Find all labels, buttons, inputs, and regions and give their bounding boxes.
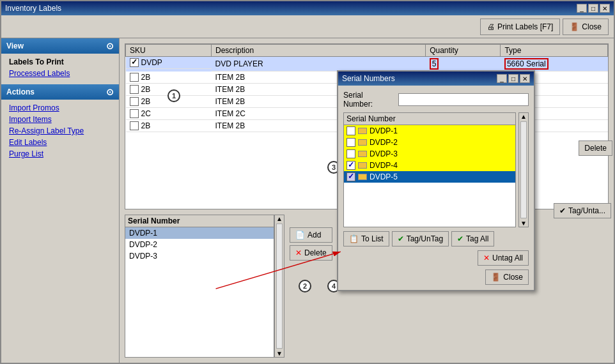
labels-to-print-label: Labels To Print [9,57,64,66]
title-bar-buttons: _ □ ✕ [577,4,610,13]
serial-numbers-dialog: Serial Numbers _ □ ✕ Serial Number: Ser [337,70,535,291]
qty-type-highlight: 5 [430,58,439,70]
col-type: Type [501,45,608,57]
item-checkbox[interactable] [346,172,355,181]
serial-list-scrollbar[interactable]: ▲ ▼ [274,215,284,358]
sku-value: 2B [141,73,151,82]
dialog-maximize-button[interactable]: □ [508,74,518,83]
tag-icon: ✔ [559,206,566,215]
item-checkbox[interactable] [346,126,355,135]
sku-value: DVDP [141,58,162,67]
item-label: DVDP-3 [370,149,398,158]
col-sku: SKU [126,45,212,57]
close-button[interactable]: 🚪 Close [563,19,609,35]
row-checkbox[interactable] [130,97,139,106]
cell-sku: DVDP [126,57,212,69]
purge-list-label: Purge List [9,149,43,158]
print-labels-button[interactable]: 🖨 Print Labels [F7] [480,19,560,35]
sidebar-item-reassign-label-type[interactable]: Re-Assign Label Type [6,125,114,137]
actions-collapse-icon: ⊙ [106,87,114,97]
table-row[interactable]: DVDP DVD PLAYER 5 5660 Serial [126,57,608,72]
item-checkbox[interactable] [346,161,355,170]
dialog-tag-untag-label: Tag/UnTag [407,234,443,243]
col-description: Description [212,45,426,57]
row-checkbox[interactable] [130,121,139,130]
sku-value: 2B [141,121,151,130]
sku-value: 2B [141,97,151,106]
cell-sku: 2C [126,108,212,120]
to-list-button[interactable]: 📋 To List [343,231,389,246]
dialog-close-label: Close [503,273,523,282]
item-label: DVDP-2 [370,138,398,147]
dialog-close-btn[interactable]: 🚪 Close [485,269,529,285]
add-label: Add [308,231,321,239]
serial-number-input[interactable] [398,93,529,106]
tag-all-icon: ✔ [457,234,463,243]
row-checkbox[interactable] [130,73,139,82]
dialog-delete-button[interactable]: Delete [579,140,612,156]
item-label: DVDP-5 [370,172,398,181]
dialog-content: Serial Number: Serial Number DVDP-1 [338,86,534,290]
dialog-list-item[interactable]: DVDP-3 [344,148,515,160]
list-item[interactable]: DVDP-3 [125,250,274,262]
cell-sku: 2B [126,72,212,84]
tag-all-button[interactable]: ✔ Tag All [451,231,494,246]
cell-qty: 5 [426,57,501,72]
close-window-button[interactable]: ✕ [600,4,610,13]
list-item[interactable]: DVDP-1 [125,227,274,239]
item-checkbox[interactable] [346,149,355,158]
item-checkbox[interactable] [346,138,355,147]
edit-labels-label: Edit Labels [9,138,47,147]
view-header[interactable]: View ⊙ [1,38,119,54]
reassign-label-label: Re-Assign Label Type [9,126,84,135]
dialog-close-icon: 🚪 [491,273,501,282]
dialog-title: Serial Numbers [342,74,395,83]
sku-value: 2C [141,109,151,118]
tag-all-label: Tag All [466,234,488,243]
dialog-tag-untag-button[interactable]: ✔ Tag/UnTag [392,231,449,246]
sidebar-item-import-promos[interactable]: Import Promos [6,102,114,114]
untag-all-button[interactable]: ✕ Untag All [478,250,529,266]
right-area: SKU Description Quantity Type DVDP [120,38,614,363]
add-button[interactable]: 📄 Add [290,227,332,243]
delete-button[interactable]: ✕ Delete [290,245,332,261]
sidebar-item-purge-list[interactable]: Purge List [6,148,114,160]
sidebar-item-labels-to-print[interactable]: Labels To Print [6,56,114,68]
dialog-list-item[interactable]: DVDP-1 [344,125,515,137]
callout-2: 2 [299,280,311,292]
sidebar-item-edit-labels[interactable]: Edit Labels [6,137,114,148]
list-item[interactable]: DVDP-2 [125,239,274,250]
view-collapse-icon: ⊙ [106,41,114,51]
dialog-scrollbar[interactable]: ▲ ▼ [518,112,529,227]
callout-1: 1 [167,89,180,102]
actions-header[interactable]: Actions ⊙ [1,84,119,100]
sidebar-item-processed-labels[interactable]: Processed Labels [6,68,114,79]
dialog-list-item[interactable]: DVDP-4 [344,160,515,171]
sidebar-item-import-items[interactable]: Import Items [6,114,114,125]
row-checkbox[interactable] [130,109,139,118]
serial-list-panel: Serial Number DVDP-1 DVDP-2 DVDP-3 [125,215,274,358]
toolbar: 🖨 Print Labels [F7] 🚪 Close [1,15,614,38]
import-items-label: Import Items [9,115,52,124]
import-promos-label: Import Promos [9,103,59,112]
item-label: DVDP-1 [370,126,398,135]
view-items: Labels To Print Processed Labels [1,54,119,82]
dialog-list-item[interactable]: DVDP-5 [344,171,515,183]
to-list-label: To List [361,234,384,243]
maximize-button[interactable]: □ [588,4,598,13]
tag-untag-label: Tag/Unta... [568,206,605,215]
serial-list-content: DVDP-1 DVDP-2 DVDP-3 [125,227,274,357]
dialog-list-item[interactable]: DVDP-2 [344,137,515,148]
row-checkbox[interactable] [130,58,139,67]
dialog-minimize-button[interactable]: _ [497,74,507,83]
title-bar: Inventory Labels _ □ ✕ [1,1,614,15]
folder-icon [358,162,367,169]
minimize-button[interactable]: _ [577,4,587,13]
printer-icon: 🖨 [487,22,495,31]
row-checkbox[interactable] [130,85,139,94]
tag-untag-button[interactable]: ✔ Tag/Unta... [554,203,611,218]
sidebar: View ⊙ Labels To Print Processed Labels … [1,38,120,363]
actions-items: Import Promos Import Items Re-Assign Lab… [1,100,119,162]
dialog-close-button[interactable]: ✕ [520,74,530,83]
untag-all-label: Untag All [492,254,523,262]
